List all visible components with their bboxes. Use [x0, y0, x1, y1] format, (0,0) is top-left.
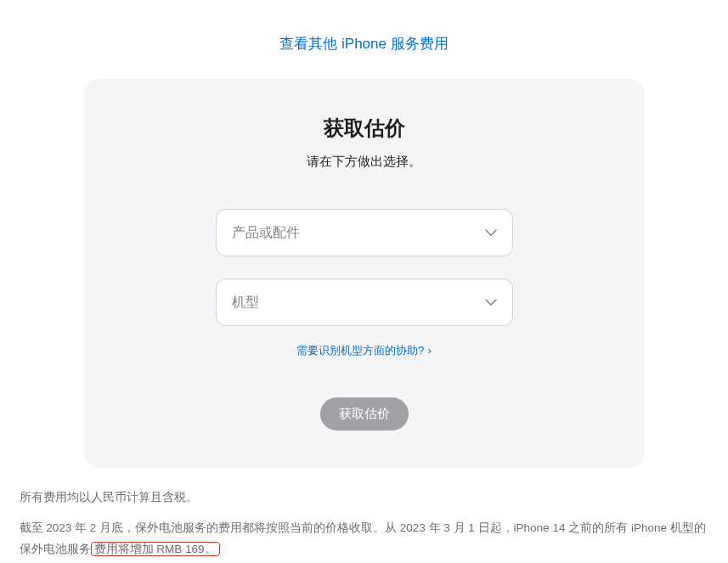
get-estimate-button[interactable]: 获取估价	[320, 397, 409, 431]
card-subtitle: 请在下方做出选择。	[118, 154, 611, 170]
model-select-placeholder: 机型	[232, 294, 259, 312]
highlighted-text: 费用将增加 RMB 169。	[91, 542, 220, 556]
model-select[interactable]: 机型	[216, 279, 513, 326]
chevron-down-icon	[485, 229, 497, 236]
chevron-down-icon	[485, 299, 497, 306]
footnote-section: 所有费用均以人民币计算且含税。 截至 2023 年 2 月底，保外电池服务的费用…	[11, 487, 718, 560]
footnote-line-1: 所有费用均以人民币计算且含税。	[20, 487, 709, 509]
footnote-line-2: 截至 2023 年 2 月底，保外电池服务的费用都将按照当前的价格收取。从 20…	[20, 517, 709, 560]
chevron-right-icon: ›	[427, 344, 431, 357]
card-title: 获取估价	[118, 115, 611, 142]
estimate-card: 获取估价 请在下方做出选择。 产品或配件 机型 需要识别机型方面的协助?› 获取…	[84, 79, 645, 468]
help-link-label: 需要识别机型方面的协助?	[296, 344, 424, 357]
product-select[interactable]: 产品或配件	[216, 209, 513, 256]
other-service-fees-link[interactable]: 查看其他 iPhone 服务费用	[279, 36, 448, 52]
product-select-placeholder: 产品或配件	[232, 224, 300, 242]
identify-model-help-link[interactable]: 需要识别机型方面的协助?›	[296, 344, 432, 357]
